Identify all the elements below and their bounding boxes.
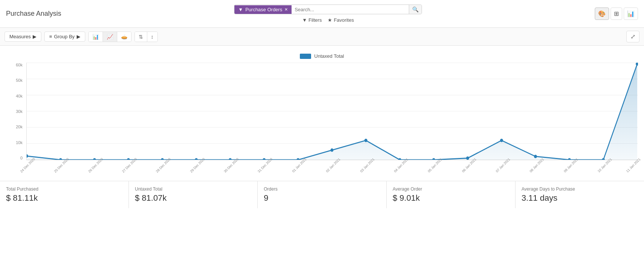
data-point — [466, 156, 469, 160]
filter-tag[interactable]: ▼ Purchase Orders ✕ — [234, 5, 292, 14]
chart-type-buttons: 📊 📈 🥧 — [88, 32, 132, 42]
bar-chart-button[interactable]: 📊 — [89, 32, 103, 42]
sort-buttons: ⇅ ↕ — [135, 32, 158, 42]
y-label-20k: 20k — [16, 125, 23, 129]
favorites-label: Favorites — [334, 17, 354, 23]
filter-tag-close[interactable]: ✕ — [284, 7, 288, 12]
group-by-button[interactable]: ≡ Group By ▶ — [44, 32, 85, 42]
y-label-60k: 60k — [16, 63, 23, 67]
stat-label-average-order: Average Order — [393, 186, 509, 192]
stat-label-average-days: Average Days to Purchase — [522, 186, 638, 192]
y-label-0: 0 — [20, 156, 23, 160]
list-icon: ≡ — [49, 34, 52, 39]
chart-plot — [26, 63, 638, 160]
funnel-icon: ▼ — [238, 7, 243, 12]
data-point — [500, 139, 503, 142]
data-point — [364, 139, 367, 142]
stat-untaxed-total: Untaxed Total $ 81.07k — [129, 181, 258, 208]
chart-fill-polygon — [27, 64, 637, 160]
x-axis: 24 Dec 2020 25 Dec 2020 26 Dec 2020 27 D… — [26, 160, 638, 171]
sort-asc-button[interactable]: ⇅ — [135, 32, 147, 42]
y-label-50k: 50k — [16, 78, 23, 83]
y-label-40k: 40k — [16, 94, 23, 98]
group-by-label: Group By — [54, 34, 75, 39]
filters-label: Filters — [308, 17, 322, 23]
search-bar: ▼ Purchase Orders ✕ 🔍 — [234, 5, 422, 14]
toolbar: Measures ▶ ≡ Group By ▶ 📊 📈 🥧 ⇅ ↕ ⤢ — [0, 28, 644, 46]
view-switcher: 🎨 ⊞ 📊 — [595, 8, 638, 20]
chart-view-button[interactable]: 📊 — [624, 8, 638, 20]
chart-line — [27, 64, 637, 160]
data-point — [636, 63, 638, 66]
stat-average-order: Average Order $ 9.01k — [387, 181, 516, 208]
line-chart-svg — [27, 63, 638, 160]
expand-button[interactable]: ⤢ — [626, 31, 639, 42]
stat-label-untaxed-total: Untaxed Total — [135, 186, 251, 192]
stat-orders: Orders 9 — [258, 181, 387, 208]
stat-value-untaxed-total: $ 81.07k — [135, 193, 251, 203]
stat-label-orders: Orders — [264, 186, 380, 192]
stats-row: Total Purchased $ 81.11k Untaxed Total $… — [0, 181, 644, 208]
sort-desc-button[interactable]: ↕ — [147, 32, 157, 42]
filter-funnel-icon: ▼ — [302, 17, 307, 23]
stat-average-days: Average Days to Purchase 3.11 days — [516, 181, 644, 208]
y-axis: 60k 50k 40k 30k 20k 10k 0 — [6, 63, 25, 160]
filter-row: ▼ Filters ★ Favorites — [302, 17, 354, 23]
measures-button[interactable]: Measures ▶ — [5, 32, 41, 42]
stat-value-orders: 9 — [264, 193, 380, 203]
grid-view-button[interactable]: ⊞ — [611, 8, 622, 20]
chart-container: 60k 50k 40k 30k 20k 10k 0 — [6, 63, 638, 171]
legend-label: Untaxed Total — [314, 53, 344, 59]
star-icon: ★ — [328, 17, 332, 23]
y-label-10k: 10k — [16, 140, 23, 145]
stat-value-average-order: $ 9.01k — [393, 193, 509, 203]
pie-chart-button[interactable]: 🥧 — [117, 32, 131, 42]
stat-label-total-purchased: Total Purchased — [6, 186, 122, 192]
y-label-30k: 30k — [16, 109, 23, 114]
toolbar-left: Measures ▶ ≡ Group By ▶ 📊 📈 🥧 ⇅ ↕ — [5, 32, 158, 42]
favorites-button[interactable]: ★ Favorites — [328, 17, 354, 23]
palette-view-button[interactable]: 🎨 — [595, 8, 609, 20]
chart-legend: Untaxed Total — [6, 53, 638, 59]
header-center: ▼ Purchase Orders ✕ 🔍 ▼ Filters ★ Favori… — [234, 5, 422, 23]
filters-button[interactable]: ▼ Filters — [302, 17, 322, 23]
data-point — [534, 155, 537, 158]
line-chart-button[interactable]: 📈 — [103, 32, 117, 42]
measures-label: Measures — [9, 34, 31, 39]
legend-color-swatch — [300, 54, 311, 59]
chart-area: Untaxed Total 60k 50k 40k 30k 20k 10k 0 — [0, 46, 644, 181]
page-title: Purchase Analysis — [6, 10, 61, 18]
stat-value-total-purchased: $ 81.11k — [6, 193, 122, 203]
search-icon-button[interactable]: 🔍 — [409, 5, 422, 14]
stat-total-purchased: Total Purchased $ 81.11k — [0, 181, 129, 208]
filter-tag-label: Purchase Orders — [245, 7, 282, 12]
page-header: Purchase Analysis ▼ Purchase Orders ✕ 🔍 … — [0, 0, 644, 28]
group-by-chevron-icon: ▶ — [77, 34, 80, 39]
measures-chevron-icon: ▶ — [33, 34, 36, 39]
data-point — [331, 149, 334, 152]
stat-value-average-days: 3.11 days — [522, 193, 638, 203]
search-input[interactable] — [292, 5, 409, 14]
